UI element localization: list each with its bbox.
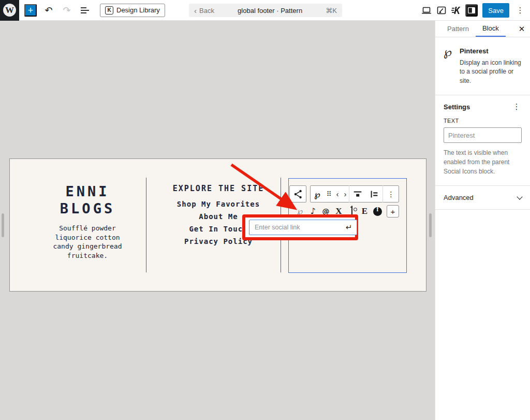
block-options-button[interactable]: ⋮: [383, 186, 399, 202]
site-title-line2[interactable]: BLOGS: [24, 200, 151, 217]
tagline-line: liquorice cotton: [24, 233, 151, 242]
kadence-icon: [450, 4, 463, 17]
text-field-help: The text is visible when enabled from th…: [444, 148, 522, 176]
sidebar-tabs: Pattern Block ✕: [435, 21, 530, 37]
submit-link-button[interactable]: ↵: [342, 221, 356, 234]
save-button[interactable]: Save: [482, 3, 509, 18]
tagline-line: Soufflé powder: [24, 224, 151, 233]
add-social-icon-button[interactable]: +: [387, 205, 399, 218]
move-right-button[interactable]: ›: [341, 186, 349, 202]
text-field-label: TEXT: [444, 118, 522, 124]
etsy-icon[interactable]: E: [358, 205, 371, 218]
resize-handle-right[interactable]: [429, 213, 432, 237]
footer-pattern[interactable]: ENNI BLOGS Soufflé powder liquorice cott…: [9, 158, 426, 292]
text-field-input[interactable]: [444, 127, 522, 143]
nav-link-shop[interactable]: Shop My Favorites: [160, 198, 277, 210]
block-card: ℘ Pinterest Display an icon linking to a…: [435, 37, 530, 95]
advanced-label: Advanced: [444, 194, 474, 201]
editor-top-bar: W + ↶ ↷ K Design Library ‹ Back global f…: [0, 0, 530, 21]
facebook-icon[interactable]: f: [371, 207, 384, 216]
device-preview-button[interactable]: [420, 4, 433, 17]
vertical-align-icon: [352, 189, 363, 200]
pinterest-block-icon[interactable]: ℘: [311, 186, 324, 202]
wordpress-w-icon: W: [3, 4, 16, 17]
facebook-glyph: f: [373, 207, 382, 216]
justify-items-button[interactable]: [366, 186, 382, 202]
footer-tagline[interactable]: Soufflé powder liquorice cotton candy gi…: [24, 224, 151, 260]
kadence-button[interactable]: [450, 4, 463, 17]
settings-options-icon[interactable]: ⋮: [511, 102, 522, 111]
chevron-down-icon: [517, 194, 522, 199]
block-card-title: Pinterest: [460, 47, 523, 55]
undo-button[interactable]: ↶: [42, 4, 55, 17]
nav-heading[interactable]: EXPLORE THE SITE: [160, 184, 277, 193]
sidebar-panel-icon: [466, 5, 477, 16]
redo-button[interactable]: ↷: [61, 4, 73, 17]
list-view-button[interactable]: [79, 4, 91, 17]
edit-icon: [435, 4, 448, 17]
design-library-label: Design Library: [116, 6, 160, 14]
social-icons-parent-icon: [292, 189, 304, 200]
footer-brand-column: ENNI BLOGS Soufflé powder liquorice cott…: [24, 183, 151, 260]
options-menu-button[interactable]: ⋮: [514, 4, 526, 17]
back-chevron-icon: ‹: [194, 6, 197, 15]
justify-left-icon: [369, 189, 380, 200]
social-link-input[interactable]: [251, 224, 342, 231]
back-label: Back: [199, 7, 214, 15]
edit-mode-button[interactable]: [435, 4, 448, 17]
block-card-description: Display an icon linking to a social prof…: [460, 59, 523, 85]
design-library-button[interactable]: K Design Library: [100, 4, 165, 17]
tagline-line: candy gingerbread: [24, 242, 151, 251]
block-toolbar-group: ℘ ⠿ ‹ ›: [310, 185, 399, 202]
settings-panel-title: Settings: [444, 103, 470, 111]
pinterest-icon: ℘: [444, 46, 453, 85]
back-button[interactable]: ‹ Back: [194, 6, 214, 15]
document-title: global footer · Pattern: [214, 7, 326, 15]
settings-panel: Settings ⋮ TEXT The text is visible when…: [435, 95, 530, 186]
block-inserter-button[interactable]: +: [24, 4, 37, 17]
wordpress-logo[interactable]: W: [0, 0, 19, 21]
design-library-icon: K: [105, 6, 113, 15]
close-sidebar-button[interactable]: ✕: [516, 23, 528, 35]
select-parent-button[interactable]: [289, 185, 306, 202]
annotation-highlight-rect: ↵: [242, 214, 358, 240]
site-title-line1[interactable]: ENNI: [24, 183, 151, 200]
list-view-icon: [79, 4, 91, 17]
tab-pattern[interactable]: Pattern: [440, 21, 476, 37]
move-left-button[interactable]: ‹: [333, 186, 341, 202]
settings-sidebar-toggle[interactable]: [465, 4, 478, 17]
footer-divider-left: [146, 178, 146, 272]
tab-block[interactable]: Block: [476, 21, 506, 37]
vertical-align-button[interactable]: [349, 186, 366, 202]
command-shortcut: ⌘K: [326, 7, 337, 15]
document-bar[interactable]: ‹ Back global footer · Pattern ⌘K: [189, 4, 342, 17]
advanced-panel-toggle[interactable]: Advanced: [435, 186, 530, 210]
drag-handle[interactable]: ⠿: [324, 186, 334, 202]
social-link-popover: ↵: [249, 220, 357, 235]
editor-canvas: ENNI BLOGS Soufflé powder liquorice cott…: [0, 21, 435, 420]
resize-handle-left[interactable]: [2, 213, 4, 237]
tagline-line: fruitcake.: [24, 251, 151, 260]
block-toolbar: ℘ ⠿ ‹ ›: [289, 185, 399, 202]
settings-sidebar: Pattern Block ✕ ℘ Pinterest Display an i…: [435, 21, 530, 420]
laptop-icon: [420, 4, 433, 17]
